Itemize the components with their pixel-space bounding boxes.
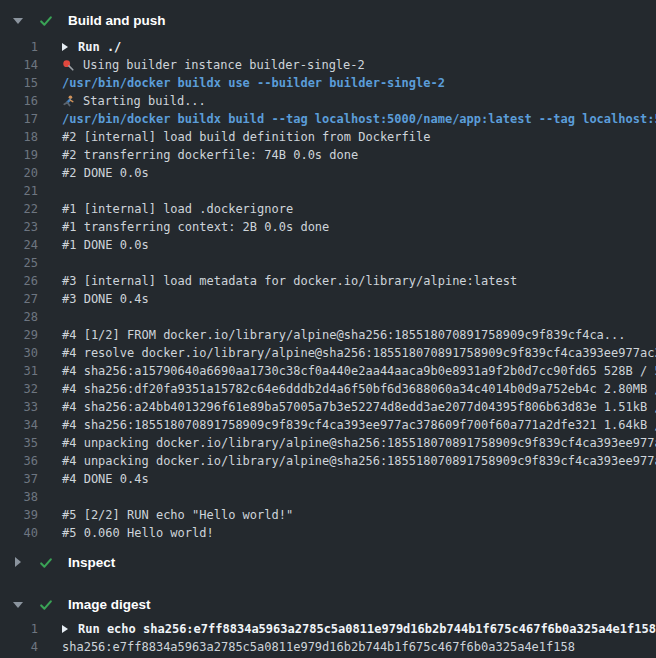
section-title: Image digest <box>68 597 151 612</box>
log-text: sha256:e7ff8834a5963a2785c5a0811e979d16b… <box>62 638 575 656</box>
line-number[interactable]: 20 <box>0 164 38 182</box>
log-line: 27#3 DONE 0.4s <box>0 290 656 308</box>
line-number[interactable]: 31 <box>0 362 38 380</box>
log-line: 23#1 transferring context: 2B 0.0s done <box>0 218 656 236</box>
log-line: 29#4 [1/2] FROM docker.io/library/alpine… <box>0 326 656 344</box>
expand-arrow-icon <box>62 625 68 633</box>
line-number[interactable]: 27 <box>0 290 38 308</box>
line-number[interactable]: 17 <box>0 110 38 128</box>
section-image-digest: Image digest 1Run echo sha256:e7ff8834a5… <box>0 594 656 656</box>
line-number[interactable]: 37 <box>0 470 38 488</box>
runner-icon <box>62 95 75 108</box>
log-line: 39#5 [2/2] RUN echo "Hello world!" <box>0 506 656 524</box>
line-number[interactable]: 29 <box>0 326 38 344</box>
log-line: 24#1 DONE 0.0s <box>0 236 656 254</box>
log-text: #3 [internal] load metadata for docker.i… <box>62 272 517 290</box>
log-text[interactable]: Run echo sha256:e7ff8834a5963a2785c5a081… <box>62 620 656 638</box>
line-number[interactable]: 1 <box>0 620 38 638</box>
chevron-down-icon <box>13 18 23 24</box>
line-number[interactable]: 26 <box>0 272 38 290</box>
line-number[interactable]: 28 <box>0 308 38 326</box>
log-line: 40#5 0.060 Hello world! <box>0 524 656 542</box>
log-line: 18#2 [internal] load build definition fr… <box>0 128 656 146</box>
log-text: #2 transferring dockerfile: 74B 0.0s don… <box>62 146 358 164</box>
check-icon <box>39 597 53 611</box>
log-text: #1 transferring context: 2B 0.0s done <box>62 218 329 236</box>
log-text: #5 [2/2] RUN echo "Hello world!" <box>62 506 293 524</box>
line-number[interactable]: 36 <box>0 452 38 470</box>
log-text: Starting build... <box>62 92 206 110</box>
log-line: 35#4 unpacking docker.io/library/alpine@… <box>0 434 656 452</box>
log-text: #1 DONE 0.0s <box>62 236 149 254</box>
log-text: #2 [internal] load build definition from… <box>62 128 430 146</box>
section-header-inspect[interactable]: Inspect <box>0 552 656 572</box>
line-number[interactable]: 18 <box>0 128 38 146</box>
log-text: /usr/bin/docker buildx use --builder bui… <box>62 74 445 92</box>
section-title: Inspect <box>68 555 115 570</box>
line-number[interactable]: 32 <box>0 380 38 398</box>
log-text: #4 sha256:df20fa9351a15782c64e6dddb2d4a6… <box>62 380 656 398</box>
line-number[interactable]: 35 <box>0 434 38 452</box>
log-line: 14Using builder instance builder-single-… <box>0 56 656 74</box>
log-text: #5 0.060 Hello world! <box>62 524 214 542</box>
log-line: 28 <box>0 308 656 326</box>
log-text[interactable]: Run ./ <box>62 38 121 56</box>
log-line: 22#1 [internal] load .dockerignore <box>0 200 656 218</box>
log-line: 1Run ./ <box>0 38 656 56</box>
chevron-right-icon <box>15 557 21 567</box>
line-number[interactable]: 24 <box>0 236 38 254</box>
log-line: 31#4 sha256:a15790640a6690aa1730c38cf0a4… <box>0 362 656 380</box>
log-line: 17/usr/bin/docker buildx build --tag loc… <box>0 110 656 128</box>
log-line: 21 <box>0 182 656 200</box>
log-line: 30#4 resolve docker.io/library/alpine@sh… <box>0 344 656 362</box>
log-text: #4 sha256:a15790640a6690aa1730c38cf0a440… <box>62 362 656 380</box>
log-line: 25 <box>0 254 656 272</box>
log-text: #2 DONE 0.0s <box>62 164 149 182</box>
log-text: #1 [internal] load .dockerignore <box>62 200 293 218</box>
line-number[interactable]: 21 <box>0 182 38 200</box>
section-header-image-digest[interactable]: Image digest <box>0 594 656 614</box>
section-title: Build and push <box>68 13 166 28</box>
log-line: 36#4 unpacking docker.io/library/alpine@… <box>0 452 656 470</box>
line-number[interactable]: 22 <box>0 200 38 218</box>
line-number[interactable]: 34 <box>0 416 38 434</box>
line-number[interactable]: 38 <box>0 488 38 506</box>
line-number[interactable]: 1 <box>0 38 38 56</box>
log-line: 15/usr/bin/docker buildx use --builder b… <box>0 74 656 92</box>
check-icon <box>39 555 53 569</box>
log-line: 20#2 DONE 0.0s <box>0 164 656 182</box>
chevron-down-icon <box>13 602 23 608</box>
log-text: #4 resolve docker.io/library/alpine@sha2… <box>62 344 656 362</box>
line-number[interactable]: 4 <box>0 638 38 656</box>
log-line: 16Starting build... <box>0 92 656 110</box>
line-number[interactable]: 33 <box>0 398 38 416</box>
log-line: 33#4 sha256:a24bb4013296f61e89ba57005a7b… <box>0 398 656 416</box>
log-line: 19#2 transferring dockerfile: 74B 0.0s d… <box>0 146 656 164</box>
line-number[interactable]: 14 <box>0 56 38 74</box>
log-text: #4 unpacking docker.io/library/alpine@sh… <box>62 452 656 470</box>
log-lines: 1Run echo sha256:e7ff8834a5963a2785c5a08… <box>0 620 656 656</box>
log-lines: 1Run ./14Using builder instance builder-… <box>0 38 656 542</box>
expand-arrow-icon <box>62 43 68 51</box>
line-number[interactable]: 23 <box>0 218 38 236</box>
check-icon <box>39 13 53 27</box>
log-line: 4sha256:e7ff8834a5963a2785c5a0811e979d16… <box>0 638 656 656</box>
log-text: #4 unpacking docker.io/library/alpine@sh… <box>62 434 656 452</box>
line-number[interactable]: 30 <box>0 344 38 362</box>
line-number[interactable]: 15 <box>0 74 38 92</box>
line-number[interactable]: 25 <box>0 254 38 272</box>
section-inspect: Inspect <box>0 552 656 572</box>
line-number[interactable]: 40 <box>0 524 38 542</box>
log-text: #4 sha256:185518070891758909c9f839cf4ca3… <box>62 416 656 434</box>
log-line: 34#4 sha256:185518070891758909c9f839cf4c… <box>0 416 656 434</box>
section-header-build-and-push[interactable]: Build and push <box>0 10 656 30</box>
log-text: #4 DONE 0.4s <box>62 470 149 488</box>
log-text: Using builder instance builder-single-2 <box>62 56 365 74</box>
log-line: 37#4 DONE 0.4s <box>0 470 656 488</box>
log-text: /usr/bin/docker buildx build --tag local… <box>62 110 656 128</box>
line-number[interactable]: 39 <box>0 506 38 524</box>
log-text: #4 sha256:a24bb4013296f61e89ba57005a7b3e… <box>62 398 656 416</box>
workflow-log: Build and push 1Run ./14Using builder in… <box>0 0 656 656</box>
line-number[interactable]: 16 <box>0 92 38 110</box>
line-number[interactable]: 19 <box>0 146 38 164</box>
